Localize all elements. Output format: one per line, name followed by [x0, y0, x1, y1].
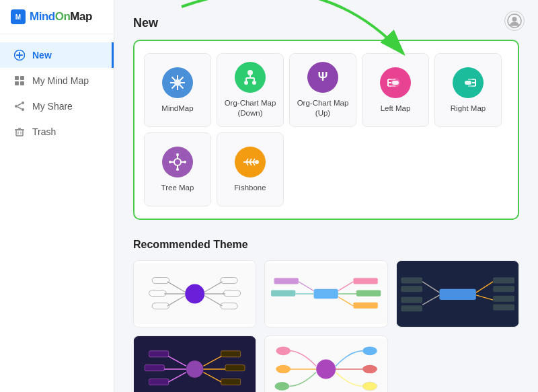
- svg-point-131: [362, 365, 377, 374]
- svg-rect-8: [20, 81, 24, 85]
- svg-rect-47: [465, 81, 471, 85]
- right-map-icon: [453, 67, 484, 98]
- svg-rect-90: [356, 290, 381, 297]
- map-grid: MindMap Org-Chart Map (Down): [144, 53, 508, 206]
- theme-card-3[interactable]: [396, 260, 519, 327]
- plus-icon: [13, 49, 26, 61]
- svg-point-11: [22, 108, 24, 111]
- svg-rect-86: [314, 289, 338, 299]
- svg-rect-88: [354, 278, 378, 284]
- logo-text: MindOnMap: [30, 10, 92, 24]
- fishbone-icon: [235, 147, 266, 178]
- svg-point-59: [176, 153, 179, 156]
- org-chart-down-card[interactable]: Org-Chart Map (Down): [217, 53, 284, 127]
- tree-map-card[interactable]: Tree Map: [144, 132, 211, 206]
- svg-rect-94: [274, 278, 299, 284]
- svg-rect-98: [439, 289, 475, 300]
- svg-point-130: [362, 346, 377, 355]
- share-icon: [13, 100, 26, 112]
- svg-line-30: [172, 85, 176, 88]
- svg-rect-106: [401, 278, 422, 284]
- recommended-theme-title: Recommended Theme: [133, 239, 519, 251]
- sidebar-item-label: Trash: [32, 126, 56, 137]
- svg-point-62: [176, 168, 179, 171]
- svg-rect-116: [145, 365, 164, 371]
- svg-point-36: [244, 81, 248, 85]
- sidebar-item-trash[interactable]: Trash: [0, 119, 114, 145]
- svg-rect-110: [401, 305, 422, 311]
- fishbone-card[interactable]: Fishbone: [217, 132, 284, 206]
- sidebar-nav: New My Mind Map: [0, 34, 114, 392]
- sidebar-item-new[interactable]: New: [0, 42, 114, 68]
- svg-rect-118: [149, 379, 169, 385]
- svg-line-13: [17, 107, 22, 109]
- svg-rect-92: [354, 303, 378, 309]
- logo: M MindOnMap: [0, 0, 114, 34]
- fishbone-label: Fishbone: [234, 183, 266, 193]
- sidebar-item-label: New: [32, 50, 52, 61]
- right-map-label: Right Map: [451, 104, 486, 114]
- svg-rect-44: [392, 81, 399, 85]
- sidebar-item-label: My Mind Map: [32, 75, 89, 86]
- tree-map-icon: [162, 147, 193, 178]
- main-content: New MindMap: [114, 0, 538, 392]
- svg-rect-122: [225, 365, 245, 371]
- left-map-icon: [380, 67, 411, 98]
- svg-line-27: [172, 77, 176, 80]
- svg-text:Ψ: Ψ: [318, 70, 328, 83]
- new-section-title: New: [133, 16, 519, 30]
- svg-point-128: [276, 365, 291, 374]
- svg-rect-96: [271, 290, 295, 297]
- svg-point-20: [512, 17, 517, 22]
- trash-icon: [13, 126, 26, 138]
- sidebar-item-my-share[interactable]: My Share: [0, 93, 114, 119]
- theme-card-2[interactable]: [264, 260, 387, 327]
- svg-rect-104: [493, 304, 514, 310]
- org-chart-down-label: Org-Chart Map (Down): [225, 98, 276, 118]
- svg-rect-124: [221, 379, 241, 385]
- theme-grid: [133, 260, 519, 392]
- svg-line-29: [180, 77, 184, 80]
- mindmap-card[interactable]: MindMap: [144, 53, 211, 127]
- new-grid-container: MindMap Org-Chart Map (Down): [133, 40, 519, 220]
- svg-point-61: [184, 161, 186, 163]
- svg-point-126: [316, 359, 336, 379]
- svg-rect-103: [493, 296, 514, 302]
- org-chart-down-icon: [235, 62, 266, 93]
- svg-point-112: [186, 360, 203, 377]
- mindmap-label: MindMap: [161, 104, 193, 114]
- svg-rect-101: [493, 286, 514, 292]
- svg-point-10: [15, 105, 17, 108]
- left-map-label: Left Map: [381, 104, 411, 114]
- left-map-card[interactable]: Left Map: [362, 53, 429, 127]
- user-avatar[interactable]: [504, 11, 525, 31]
- svg-point-72: [185, 284, 204, 303]
- svg-rect-14: [16, 130, 23, 136]
- svg-line-28: [180, 85, 184, 88]
- svg-rect-6: [20, 76, 24, 80]
- svg-point-31: [247, 70, 253, 75]
- tree-map-label: Tree Map: [161, 183, 194, 193]
- svg-rect-5: [15, 76, 19, 80]
- svg-rect-7: [15, 81, 19, 85]
- svg-point-37: [252, 81, 256, 85]
- mindmap-icon: [162, 67, 193, 98]
- svg-point-54: [174, 159, 181, 165]
- theme-card-4[interactable]: [133, 336, 256, 392]
- svg-rect-100: [493, 278, 514, 284]
- logo-icon: M: [11, 9, 26, 24]
- svg-point-60: [169, 161, 171, 163]
- org-chart-up-card[interactable]: Ψ Org-Chart Map (Up): [289, 53, 356, 127]
- org-chart-up-label: Org-Chart Map (Up): [290, 98, 356, 118]
- grid-icon: [13, 75, 26, 87]
- svg-rect-109: [401, 297, 422, 303]
- svg-rect-114: [149, 351, 169, 357]
- svg-rect-120: [221, 351, 241, 357]
- sidebar-item-my-mind-map[interactable]: My Mind Map: [0, 68, 114, 93]
- svg-point-64: [255, 160, 259, 164]
- svg-point-129: [275, 382, 290, 391]
- theme-card-1[interactable]: [133, 260, 256, 327]
- theme-card-5[interactable]: [264, 336, 387, 392]
- svg-text:M: M: [15, 13, 21, 21]
- right-map-card[interactable]: Right Map: [434, 53, 502, 127]
